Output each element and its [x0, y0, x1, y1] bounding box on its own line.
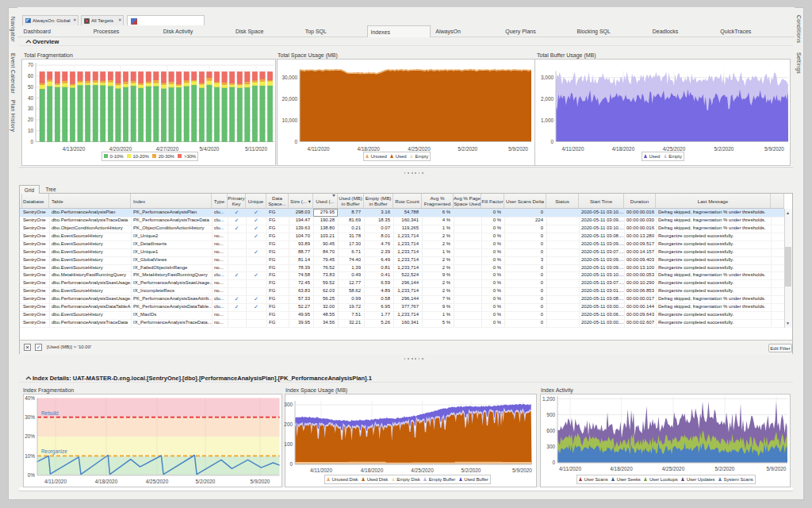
svg-text:4/25/2020: 4/25/2020 [408, 146, 431, 152]
svg-text:0: 0 [294, 139, 297, 144]
svg-text:10%: 10% [25, 453, 35, 459]
svg-text:5/4/2020: 5/4/2020 [200, 146, 220, 152]
svg-text:0: 0 [289, 461, 293, 467]
svg-text:300: 300 [284, 402, 293, 407]
svg-text:1,200: 1,200 [542, 396, 555, 402]
svg-text:10,000: 10,000 [282, 117, 297, 123]
svg-text:5/9/2020: 5/9/2020 [251, 479, 270, 484]
svg-text:900: 900 [546, 412, 555, 418]
svg-text:5/2/2020: 5/2/2020 [715, 466, 735, 471]
svg-text:4/18/2020: 4/18/2020 [95, 479, 118, 484]
svg-text:10: 10 [28, 128, 34, 133]
svg-text:600: 600 [546, 428, 555, 433]
svg-text:4/11/2020: 4/11/2020 [559, 466, 581, 471]
svg-text:0: 0 [30, 139, 33, 144]
svg-text:30,000: 30,000 [282, 75, 297, 80]
svg-text:300: 300 [546, 444, 555, 449]
svg-text:4/18/2020: 4/18/2020 [612, 146, 635, 152]
svg-text:40%: 40% [25, 395, 35, 401]
svg-text:40: 40 [28, 95, 34, 101]
svg-text:3,000: 3,000 [541, 75, 553, 80]
svg-text:4/25/2020: 4/25/2020 [411, 468, 434, 473]
svg-text:0: 0 [552, 460, 555, 465]
svg-text:1,000: 1,000 [541, 117, 553, 123]
svg-text:4/11/2020: 4/11/2020 [44, 479, 67, 484]
svg-text:5/9/2020: 5/9/2020 [767, 466, 787, 471]
svg-text:0: 0 [550, 139, 553, 144]
svg-text:20,000: 20,000 [282, 96, 297, 102]
svg-text:5/2/2020: 5/2/2020 [714, 146, 734, 152]
svg-text:4/20/2020: 4/20/2020 [109, 146, 132, 152]
svg-text:4/25/2020: 4/25/2020 [663, 146, 686, 152]
svg-text:0%: 0% [28, 472, 36, 478]
svg-text:Rebuild: Rebuild [41, 410, 59, 416]
svg-text:20: 20 [28, 117, 34, 122]
svg-text:Reorganize: Reorganize [41, 448, 67, 455]
svg-text:4/13/2020: 4/13/2020 [63, 146, 86, 152]
svg-text:5/2/2020: 5/2/2020 [458, 146, 477, 152]
svg-text:30: 30 [28, 106, 34, 111]
svg-text:4/18/2020: 4/18/2020 [357, 146, 380, 152]
svg-text:5/11/2020: 5/11/2020 [245, 146, 267, 152]
svg-text:4/25/2020: 4/25/2020 [662, 466, 685, 471]
svg-text:20%: 20% [25, 433, 35, 439]
svg-text:4/18/2020: 4/18/2020 [361, 468, 384, 473]
svg-text:5/2/2020: 5/2/2020 [462, 468, 481, 473]
svg-text:50: 50 [28, 84, 34, 90]
svg-text:4/11/2020: 4/11/2020 [310, 468, 332, 473]
svg-text:70: 70 [28, 62, 34, 67]
svg-text:60: 60 [28, 73, 34, 79]
svg-text:4/11/2020: 4/11/2020 [562, 146, 584, 152]
svg-text:4/25/2020: 4/25/2020 [146, 479, 169, 484]
svg-text:4/27/2020: 4/27/2020 [156, 146, 179, 152]
svg-text:30%: 30% [25, 414, 35, 420]
svg-text:5/9/2020: 5/9/2020 [512, 468, 532, 473]
svg-text:100: 100 [284, 441, 293, 447]
svg-text:4/11/2020: 4/11/2020 [308, 146, 330, 152]
svg-text:5/2/2020: 5/2/2020 [196, 479, 216, 484]
svg-text:5/9/2020: 5/9/2020 [508, 146, 528, 152]
svg-text:4/18/2020: 4/18/2020 [610, 466, 633, 471]
svg-text:5/9/2020: 5/9/2020 [764, 146, 784, 152]
svg-text:2,000: 2,000 [541, 96, 553, 102]
svg-text:200: 200 [284, 421, 293, 427]
